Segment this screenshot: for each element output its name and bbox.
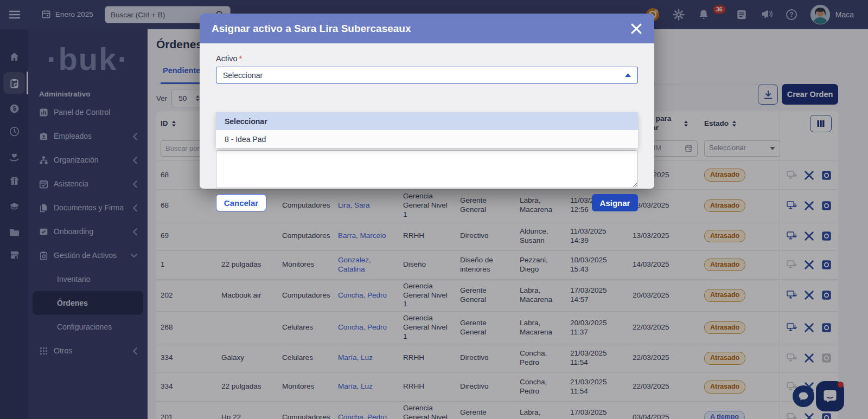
select-option[interactable]: 8 - Idea Pad [216, 130, 638, 148]
required-mark: * [239, 54, 242, 63]
modal-header: Asignar activo a Sara Lira Subercaseaux [200, 14, 654, 43]
modal-body: Activo* Seleccionar Seleccionar8 - Idea … [200, 43, 654, 189]
asset-select-value: Seleccionar [223, 71, 263, 80]
cancel-button[interactable]: Cancelar [216, 194, 266, 211]
assign-button[interactable]: Asignar [592, 194, 638, 211]
asset-select-dropdown: Seleccionar8 - Idea Pad [216, 112, 638, 148]
close-icon[interactable] [630, 23, 642, 35]
chevron-up-icon [625, 73, 631, 77]
field-label: Activo* [216, 54, 638, 63]
select-option[interactable]: Seleccionar [216, 112, 638, 130]
comment-textarea[interactable] [216, 150, 638, 188]
asset-select[interactable]: Seleccionar [216, 67, 638, 83]
assign-asset-modal: Asignar activo a Sara Lira Subercaseaux … [200, 14, 654, 189]
modal-title: Asignar activo a Sara Lira Subercaseaux [212, 23, 411, 35]
app-screen: Enero 2025 36 ? Maca $ ·buk· Administrat… [0, 0, 868, 419]
